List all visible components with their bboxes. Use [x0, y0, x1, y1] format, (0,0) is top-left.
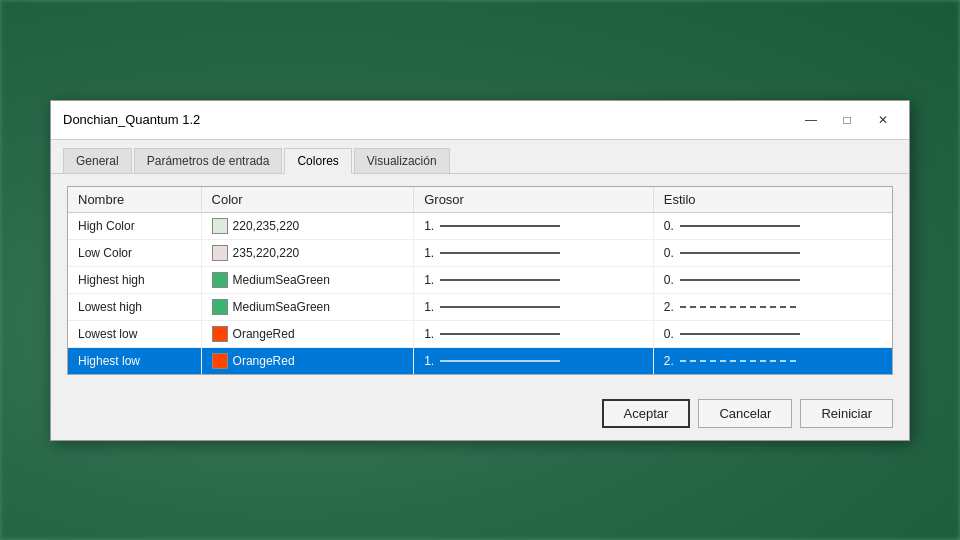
cell-grosor[interactable]: 1. [414, 239, 654, 266]
maximize-button[interactable]: □ [833, 109, 861, 131]
estilo-line-icon [680, 252, 800, 254]
cell-grosor[interactable]: 1. [414, 212, 654, 239]
estilo-value: 0. [664, 327, 674, 341]
color-swatch-icon [212, 299, 228, 315]
color-swatch-icon [212, 218, 228, 234]
grosor-line-icon [440, 252, 560, 254]
cell-nombre: Lowest high [68, 293, 201, 320]
grosor-line-icon [440, 360, 560, 362]
tab-general[interactable]: General [63, 148, 132, 173]
table-row[interactable]: High Color220,235,2201.0. [68, 212, 892, 239]
grosor-value: 1. [424, 354, 434, 368]
dialog-window: Donchian_Quantum 1.2 — □ ✕ General Parám… [50, 100, 910, 441]
color-name-text: 235,220,220 [233, 246, 300, 260]
color-table: Nombre Color Grosor Estilo High Color220… [68, 187, 892, 374]
color-name-text: MediumSeaGreen [233, 273, 330, 287]
estilo-value: 2. [664, 354, 674, 368]
cell-nombre: Low Color [68, 239, 201, 266]
table-row[interactable]: Highest lowOrangeRed1.2. [68, 347, 892, 374]
estilo-line-icon [680, 225, 800, 227]
grosor-value: 1. [424, 273, 434, 287]
grosor-line-icon [440, 279, 560, 281]
cell-color[interactable]: OrangeRed [201, 320, 414, 347]
color-name-text: MediumSeaGreen [233, 300, 330, 314]
color-swatch-icon [212, 245, 228, 261]
col-color: Color [201, 187, 414, 213]
cell-estilo[interactable]: 0. [653, 266, 892, 293]
reset-button[interactable]: Reiniciar [800, 399, 893, 428]
grosor-line-icon [440, 225, 560, 227]
color-name-text: 220,235,220 [233, 219, 300, 233]
col-grosor: Grosor [414, 187, 654, 213]
grosor-line-icon [440, 333, 560, 335]
accept-button[interactable]: Aceptar [602, 399, 691, 428]
estilo-value: 0. [664, 246, 674, 260]
tab-viz[interactable]: Visualización [354, 148, 450, 173]
cell-estilo[interactable]: 0. [653, 320, 892, 347]
col-nombre: Nombre [68, 187, 201, 213]
color-table-container: Nombre Color Grosor Estilo High Color220… [67, 186, 893, 375]
close-button[interactable]: ✕ [869, 109, 897, 131]
cell-color[interactable]: MediumSeaGreen [201, 293, 414, 320]
cell-nombre: High Color [68, 212, 201, 239]
estilo-line-icon [680, 333, 800, 335]
color-swatch-icon [212, 353, 228, 369]
cell-estilo[interactable]: 0. [653, 239, 892, 266]
cell-grosor[interactable]: 1. [414, 266, 654, 293]
tab-content: Nombre Color Grosor Estilo High Color220… [51, 174, 909, 387]
cell-color[interactable]: 220,235,220 [201, 212, 414, 239]
cell-estilo[interactable]: 2. [653, 293, 892, 320]
tab-params[interactable]: Parámetros de entrada [134, 148, 283, 173]
color-swatch-icon [212, 272, 228, 288]
grosor-value: 1. [424, 300, 434, 314]
cell-grosor[interactable]: 1. [414, 293, 654, 320]
cell-color[interactable]: 235,220,220 [201, 239, 414, 266]
estilo-value: 0. [664, 219, 674, 233]
minimize-button[interactable]: — [797, 109, 825, 131]
dialog-title: Donchian_Quantum 1.2 [63, 112, 200, 127]
col-estilo: Estilo [653, 187, 892, 213]
cancel-button[interactable]: Cancelar [698, 399, 792, 428]
table-row[interactable]: Lowest lowOrangeRed1.0. [68, 320, 892, 347]
color-name-text: OrangeRed [233, 327, 295, 341]
cell-estilo[interactable]: 2. [653, 347, 892, 374]
estilo-line-icon [680, 306, 800, 308]
window-controls: — □ ✕ [797, 109, 897, 131]
grosor-value: 1. [424, 327, 434, 341]
estilo-line-icon [680, 360, 800, 362]
tab-bar: General Parámetros de entrada Colores Vi… [51, 140, 909, 174]
cell-nombre: Lowest low [68, 320, 201, 347]
cell-grosor[interactable]: 1. [414, 320, 654, 347]
tab-colors[interactable]: Colores [284, 148, 351, 174]
estilo-value: 0. [664, 273, 674, 287]
cell-color[interactable]: OrangeRed [201, 347, 414, 374]
table-row[interactable]: Low Color235,220,2201.0. [68, 239, 892, 266]
title-bar: Donchian_Quantum 1.2 — □ ✕ [51, 101, 909, 140]
table-row[interactable]: Highest highMediumSeaGreen1.0. [68, 266, 892, 293]
cell-nombre: Highest high [68, 266, 201, 293]
estilo-line-icon [680, 279, 800, 281]
grosor-value: 1. [424, 219, 434, 233]
cell-grosor[interactable]: 1. [414, 347, 654, 374]
cell-nombre: Highest low [68, 347, 201, 374]
estilo-value: 2. [664, 300, 674, 314]
grosor-value: 1. [424, 246, 434, 260]
dialog-footer: Aceptar Cancelar Reiniciar [51, 387, 909, 440]
color-name-text: OrangeRed [233, 354, 295, 368]
color-swatch-icon [212, 326, 228, 342]
cell-estilo[interactable]: 0. [653, 212, 892, 239]
cell-color[interactable]: MediumSeaGreen [201, 266, 414, 293]
table-row[interactable]: Lowest highMediumSeaGreen1.2. [68, 293, 892, 320]
grosor-line-icon [440, 306, 560, 308]
